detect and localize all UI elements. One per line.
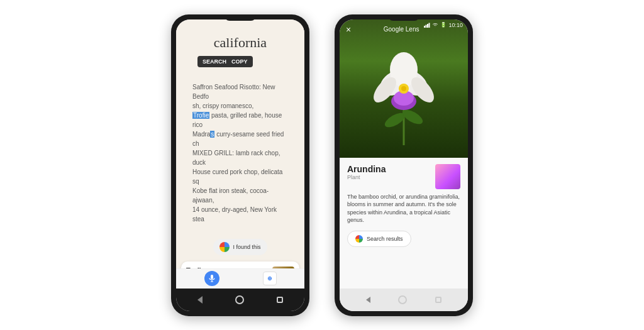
phone1-lens-button[interactable]: ⊕ [263, 272, 277, 285]
main-container: california SEARCH COPY Saffron Seafood R… [0, 0, 644, 330]
svg-point-18 [401, 86, 406, 91]
recent-icon[interactable] [277, 297, 283, 303]
text-line-3: Trofie pasta, grilled rabe, house rico [192, 111, 288, 129]
phone1-california-text: california [185, 35, 296, 51]
highlighted-madras: s [210, 131, 214, 138]
highlighted-trofie: Trofie [192, 112, 209, 119]
phone2-screen: 🔋 10:10 [340, 19, 468, 311]
phone1-text-area: Saffron Seafood Risotto: New Bedfo sh, c… [185, 70, 296, 229]
phone1: california SEARCH COPY Saffron Seafood R… [171, 14, 309, 316]
info-description: The bamboo orchid, or arundina graminifo… [347, 193, 460, 224]
info-title: Arundina [347, 164, 386, 174]
result-thumb [272, 267, 294, 268]
svg-rect-4 [426, 25, 427, 28]
context-menu: SEARCH COPY [197, 56, 253, 67]
phone1-content: california SEARCH COPY Saffron Seafood R… [176, 19, 304, 268]
info-panel-header: Arundina Plant [347, 164, 460, 189]
info-panel: Arundina Plant The bamboo orchid, or aru… [340, 158, 468, 289]
battery-icon: 🔋 [440, 22, 447, 28]
time-display: 10:10 [448, 22, 463, 28]
text-line-1: Saffron Seafood Risotto: New Bedfo [192, 82, 288, 101]
signal-icon [424, 23, 430, 28]
search-results-button[interactable]: Search results [347, 231, 411, 247]
info-text-group: Arundina Plant [347, 164, 386, 180]
result-card-info: Trofie Pasta variety [186, 267, 219, 268]
phone1-notch [225, 14, 256, 21]
phone1-mic-button[interactable] [204, 271, 219, 286]
orchid-flower [340, 19, 468, 158]
back-icon-2[interactable] [366, 297, 370, 303]
wifi-icon [432, 23, 438, 28]
result-card: Trofie Pasta variety G ▶ P 📷 y … [181, 261, 299, 268]
search-results-label: Search results [367, 236, 403, 242]
assistant-text: I found this [233, 244, 260, 250]
back-icon[interactable] [197, 296, 203, 304]
text-line-7: Kobe flat iron steak, cocoa-ajwaan, [192, 186, 288, 205]
flower-background: 🔋 10:10 [340, 19, 468, 158]
phone1-nav-bar [176, 289, 304, 311]
context-search[interactable]: SEARCH [203, 58, 226, 65]
info-thumb [435, 164, 460, 189]
svg-rect-3 [424, 26, 425, 28]
close-icon[interactable]: × [346, 25, 351, 35]
phone2-nav-bar [340, 289, 468, 311]
home-icon[interactable] [235, 295, 244, 304]
context-copy[interactable]: COPY [231, 58, 248, 65]
lens-icon: ⊕ [267, 275, 272, 282]
text-line-5: MIXED GRILL: lamb rack chop, duck [192, 148, 288, 167]
lens-label: Google Lens [384, 26, 419, 33]
google-assistant-icon [219, 242, 230, 252]
text-line-4: Madras curry-sesame seed fried ch [192, 129, 288, 148]
phone2-notch [388, 14, 419, 21]
home-icon-2[interactable] [398, 295, 407, 304]
phone2: 🔋 10:10 [335, 14, 473, 316]
result-card-header: Trofie Pasta variety [186, 267, 294, 268]
text-line-6: House cured pork chop, delicata sq [192, 167, 288, 186]
mic-icon [204, 271, 219, 286]
text-line-8: 14 ounce, dry-aged, New York stea [192, 205, 288, 224]
svg-rect-6 [429, 23, 430, 28]
phone1-screen: california SEARCH COPY Saffron Seafood R… [176, 19, 304, 311]
svg-rect-0 [211, 275, 213, 279]
recent-icon-2[interactable] [435, 297, 441, 303]
info-subtitle: Plant [347, 174, 386, 180]
result-title: Trofie [186, 267, 219, 268]
google-icon-small [355, 235, 363, 243]
phone2-content: 🔋 10:10 [340, 19, 468, 289]
text-line-2: sh, crispy romanesco, [192, 101, 288, 111]
svg-rect-5 [427, 24, 428, 28]
assistant-bubble: I found this [213, 239, 267, 255]
